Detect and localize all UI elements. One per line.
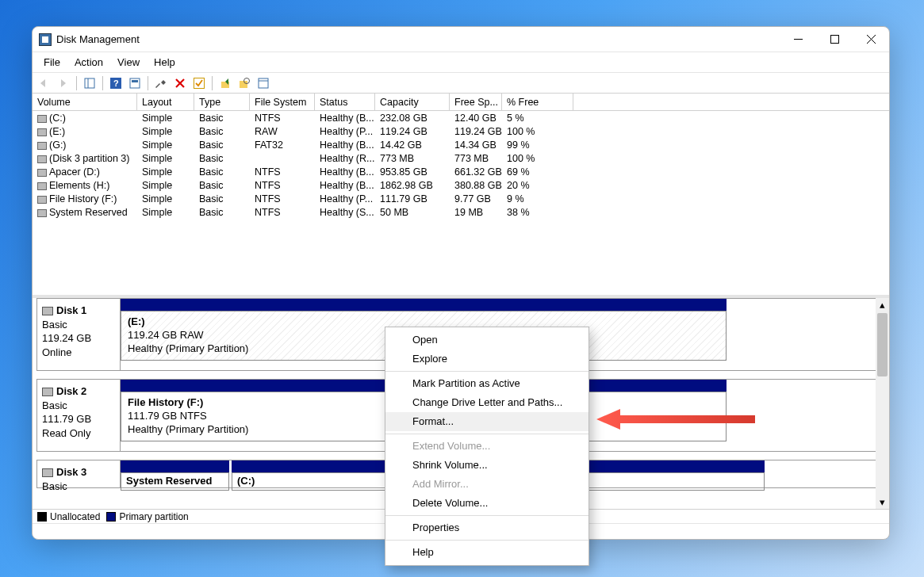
legend-swatch-unallocated bbox=[37, 512, 47, 522]
action-icon2[interactable] bbox=[236, 75, 253, 92]
volume-header-row: Volume Layout Type File System Status Ca… bbox=[33, 94, 889, 111]
ctx-shrink-volume[interactable]: Shrink Volume... bbox=[385, 456, 589, 475]
ctx-change-drive-letter[interactable]: Change Drive Letter and Paths... bbox=[385, 393, 589, 412]
action-icon1[interactable] bbox=[217, 75, 234, 92]
minimize-button[interactable] bbox=[780, 27, 816, 52]
ctx-mark-active[interactable]: Mark Partition as Active bbox=[385, 374, 589, 393]
scroll-up-icon[interactable]: ▴ bbox=[876, 298, 889, 311]
ctx-delete-volume[interactable]: Delete Volume... bbox=[385, 494, 589, 513]
disk-icon bbox=[42, 468, 53, 477]
col-type[interactable]: Type bbox=[194, 94, 250, 111]
volume-icon bbox=[37, 169, 47, 177]
legend-swatch-primary bbox=[106, 512, 116, 522]
col-filesystem[interactable]: File System bbox=[250, 94, 315, 111]
annotation-arrow-icon bbox=[596, 409, 755, 430]
volume-icon bbox=[37, 128, 47, 136]
volume-icon bbox=[37, 155, 47, 163]
volume-icon bbox=[37, 209, 47, 217]
volume-row[interactable]: (C:)SimpleBasicNTFSHealthy (B...232.08 G… bbox=[33, 112, 889, 125]
back-button[interactable] bbox=[36, 75, 53, 92]
volume-icon bbox=[37, 182, 47, 190]
svg-rect-8 bbox=[130, 78, 140, 88]
volume-row[interactable]: File History (F:)SimpleBasicNTFSHealthy … bbox=[33, 193, 889, 206]
partition-color-bar bbox=[121, 299, 727, 311]
title-bar[interactable]: Disk Management bbox=[33, 27, 889, 52]
disk-icon bbox=[42, 388, 53, 396]
svg-rect-14 bbox=[240, 81, 247, 88]
toolbar: ? bbox=[33, 73, 889, 94]
partition-context-menu: Open Explore Mark Partition as Active Ch… bbox=[385, 327, 589, 566]
volume-row[interactable]: (E:)SimpleBasicRAWHealthy (P...119.24 GB… bbox=[33, 125, 889, 139]
volume-row[interactable]: (Disk 3 partition 3)SimpleBasicHealthy (… bbox=[33, 152, 889, 166]
ctx-help[interactable]: Help bbox=[385, 543, 589, 562]
forward-button[interactable] bbox=[55, 75, 72, 92]
menu-view[interactable]: View bbox=[111, 55, 146, 70]
app-icon bbox=[39, 33, 52, 46]
svg-text:?: ? bbox=[113, 78, 119, 88]
maximize-button[interactable] bbox=[816, 27, 853, 52]
volume-icon bbox=[37, 196, 47, 204]
close-button[interactable] bbox=[853, 27, 889, 52]
volume-icon bbox=[37, 115, 47, 123]
svg-rect-4 bbox=[85, 78, 94, 88]
settings-icon[interactable] bbox=[126, 75, 144, 92]
volume-icon bbox=[37, 142, 47, 150]
col-capacity[interactable]: Capacity bbox=[375, 94, 450, 111]
delete-icon[interactable] bbox=[171, 75, 189, 92]
legend-label-primary: Primary partition bbox=[119, 511, 188, 522]
menu-file[interactable]: File bbox=[37, 55, 67, 70]
show-hide-tree-button[interactable] bbox=[81, 75, 98, 92]
disk-3-label: Disk 3 Basic bbox=[37, 460, 121, 487]
disk-2-label: Disk 2 Basic 111.79 GB Read Only bbox=[37, 380, 121, 451]
volume-row[interactable]: Apacer (D:)SimpleBasicNTFSHealthy (B...9… bbox=[33, 166, 889, 179]
ctx-properties[interactable]: Properties bbox=[385, 518, 589, 537]
ctx-format[interactable]: Format... bbox=[385, 412, 589, 431]
svg-rect-12 bbox=[194, 78, 205, 88]
volume-row[interactable]: (G:)SimpleBasicFAT32Healthy (B...14.42 G… bbox=[33, 139, 889, 152]
scroll-down-icon[interactable]: ▾ bbox=[876, 495, 889, 509]
volume-row[interactable]: Elements (H:)SimpleBasicNTFSHealthy (B..… bbox=[33, 179, 889, 193]
help-button[interactable]: ? bbox=[107, 75, 125, 92]
vertical-scrollbar[interactable]: ▴ ▾ bbox=[876, 298, 889, 509]
col-layout[interactable]: Layout bbox=[137, 94, 194, 111]
ctx-add-mirror: Add Mirror... bbox=[385, 475, 589, 494]
properties-button[interactable] bbox=[255, 75, 272, 92]
svg-rect-16 bbox=[259, 78, 268, 88]
col-pctfree[interactable]: % Free bbox=[502, 94, 573, 111]
volume-row[interactable]: System ReservedSimpleBasicNTFSHealthy (S… bbox=[33, 206, 889, 220]
disk3-partition-system-reserved[interactable]: System Reserved bbox=[121, 472, 229, 491]
disk-1-label: Disk 1 Basic 119.24 GB Online bbox=[37, 299, 121, 370]
ctx-open[interactable]: Open bbox=[385, 331, 589, 350]
window-title: Disk Management bbox=[56, 33, 780, 45]
col-status[interactable]: Status bbox=[315, 94, 375, 111]
menu-action[interactable]: Action bbox=[68, 55, 109, 70]
disk-icon bbox=[42, 307, 53, 315]
svg-rect-9 bbox=[132, 80, 138, 82]
check-icon[interactable] bbox=[190, 75, 208, 92]
volume-list[interactable]: Volume Layout Type File System Status Ca… bbox=[33, 94, 889, 298]
refresh-button[interactable] bbox=[152, 75, 170, 92]
ctx-explore[interactable]: Explore bbox=[385, 350, 589, 369]
col-freespace[interactable]: Free Sp... bbox=[450, 94, 502, 111]
svg-rect-1 bbox=[830, 36, 838, 44]
ctx-extend-volume: Extend Volume... bbox=[385, 437, 589, 456]
menu-help[interactable]: Help bbox=[148, 55, 182, 70]
menu-bar: File Action View Help bbox=[33, 52, 889, 73]
col-volume[interactable]: Volume bbox=[33, 94, 137, 111]
legend-label-unallocated: Unallocated bbox=[50, 511, 100, 522]
scroll-thumb[interactable] bbox=[877, 313, 888, 376]
